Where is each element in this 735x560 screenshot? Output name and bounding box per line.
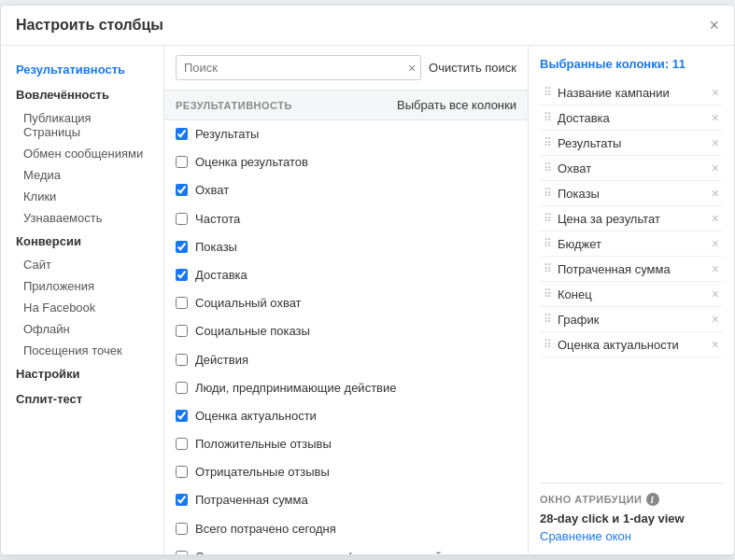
drag-icon[interactable]: ⠿ xyxy=(544,287,552,301)
selected-item-label-results: Результаты xyxy=(558,136,706,150)
sidebar-item-visits[interactable]: Посещения точек xyxy=(1,340,163,361)
selected-item-campaign: ⠿Название кампании× xyxy=(540,80,723,105)
clear-search-button[interactable]: Очистить поиск xyxy=(429,61,516,75)
checkbox-item-people-actions[interactable]: Люди, предпринимающие действие xyxy=(164,374,528,402)
checkbox-item-freq[interactable]: Частота xyxy=(164,205,528,233)
search-input-wrap: × xyxy=(176,55,421,80)
sidebar-item-messaging[interactable]: Обмен сообщениями xyxy=(1,143,163,164)
remove-button-impressions[interactable]: × xyxy=(712,186,719,201)
drag-icon[interactable]: ⠿ xyxy=(544,212,552,225)
checkbox-actions[interactable] xyxy=(176,354,188,366)
attribution-info-icon[interactable]: i xyxy=(646,493,659,506)
remove-button-spent[interactable]: × xyxy=(712,261,719,276)
select-all-button[interactable]: Выбрать все колонки xyxy=(397,98,516,112)
checkbox-item-spent[interactable]: Потраченная сумма xyxy=(164,486,528,514)
checkbox-negative[interactable] xyxy=(176,466,188,478)
drag-icon[interactable]: ⠿ xyxy=(544,338,552,351)
middle-panel: × Очистить поиск РЕЗУЛЬТАТИВНОСТЬ Выбрат… xyxy=(164,46,529,554)
checkbox-item-social-reach[interactable]: Социальный охват xyxy=(164,289,528,317)
drag-icon[interactable]: ⠿ xyxy=(544,237,552,250)
drag-icon[interactable]: ⠿ xyxy=(544,136,552,149)
sidebar-section-engagement[interactable]: Вовлечённость xyxy=(1,82,163,107)
sidebar-item-page-pub[interactable]: Публикация Страницы xyxy=(1,107,163,143)
selected-item-label-cost-result: Цена за результат xyxy=(558,212,706,226)
selected-item-label-budget: Бюджет xyxy=(558,237,706,251)
checkbox-item-actions[interactable]: Действия xyxy=(164,346,528,374)
checkbox-people-actions[interactable] xyxy=(176,382,188,394)
drag-icon[interactable]: ⠿ xyxy=(544,86,552,99)
checkbox-label-social-reach: Социальный охват xyxy=(195,295,302,312)
sidebar-item-clicks[interactable]: Клики xyxy=(1,186,163,207)
remove-button-schedule[interactable]: × xyxy=(712,312,719,327)
remove-button-delivery[interactable]: × xyxy=(712,110,719,125)
checkbox-label-delivery: Доставка xyxy=(195,267,247,284)
checkbox-item-positive[interactable]: Положительные отзывы xyxy=(164,430,528,458)
checkbox-item-relevance[interactable]: Оценка актуальности xyxy=(164,402,528,430)
drag-icon[interactable]: ⠿ xyxy=(544,262,552,275)
checkbox-item-reach[interactable]: Охват xyxy=(164,176,528,204)
sidebar-item-awareness[interactable]: Узнаваемость xyxy=(1,207,163,229)
remove-button-cost-result[interactable]: × xyxy=(712,211,719,226)
remove-button-end[interactable]: × xyxy=(712,287,719,301)
sidebar-item-site[interactable]: Сайт xyxy=(1,254,163,275)
checkbox-item-delivery[interactable]: Доставка xyxy=(164,261,528,289)
selected-item-schedule: ⠿График× xyxy=(540,307,723,332)
checkbox-label-actions: Действия xyxy=(195,352,248,369)
selected-item-label-impressions: Показы xyxy=(558,187,706,201)
remove-button-results[interactable]: × xyxy=(712,135,719,150)
remove-button-budget[interactable]: × xyxy=(712,236,719,251)
modal-title: Настроить столбцы xyxy=(16,17,163,34)
checkbox-label-freq: Частота xyxy=(195,211,240,228)
checkbox-eval[interactable] xyxy=(176,156,188,168)
drag-icon[interactable]: ⠿ xyxy=(544,111,552,124)
checkbox-item-results[interactable]: Результаты xyxy=(164,120,528,148)
drag-icon[interactable]: ⠿ xyxy=(544,313,552,326)
search-clear-icon[interactable]: × xyxy=(408,61,416,76)
checkbox-item-spent-today[interactable]: Всего потрачено сегодня xyxy=(164,515,528,543)
selected-count: 11 xyxy=(672,57,686,71)
checkbox-item-social-imp[interactable]: Социальные показы xyxy=(164,317,528,345)
checkbox-spent[interactable] xyxy=(176,494,188,506)
modal-body: РезультативностьВовлечённостьПубликация … xyxy=(1,46,734,554)
checkbox-delivery[interactable] xyxy=(176,269,188,281)
sidebar-item-media[interactable]: Медиа xyxy=(1,164,163,186)
attribution-title: ОКНО АТРИБУЦИИ i xyxy=(540,493,723,506)
checkbox-label-eval: Оценка результатов xyxy=(195,154,308,171)
remove-button-relevance[interactable]: × xyxy=(712,337,719,352)
remove-button-reach[interactable]: × xyxy=(712,161,719,175)
checkbox-positive[interactable] xyxy=(176,438,188,450)
sidebar-section-results[interactable]: Результативность xyxy=(1,57,163,82)
sidebar-item-offline[interactable]: Офлайн xyxy=(1,318,163,340)
checkbox-item-impressions[interactable]: Показы xyxy=(164,233,528,261)
checkbox-item-total-imp[interactable]: Суммарное число показов (включает недейс… xyxy=(164,543,528,554)
sidebar-section-settings[interactable]: Настройки xyxy=(1,361,163,386)
checkbox-relevance[interactable] xyxy=(176,410,188,422)
checkbox-social-reach[interactable] xyxy=(176,297,188,309)
checkbox-total-imp[interactable] xyxy=(176,551,188,554)
checkbox-reach[interactable] xyxy=(176,184,188,196)
checkbox-impressions[interactable] xyxy=(176,241,188,253)
checkbox-spent-today[interactable] xyxy=(176,523,188,535)
search-input[interactable] xyxy=(176,55,421,80)
close-icon[interactable]: × xyxy=(709,17,719,34)
attribution-link[interactable]: Сравнение окон xyxy=(540,529,631,543)
checkbox-social-imp[interactable] xyxy=(176,325,188,337)
sidebar-item-apps[interactable]: Приложения xyxy=(1,275,163,297)
sidebar-section-conversions[interactable]: Конверсии xyxy=(1,229,163,254)
sidebar-section-split[interactable]: Сплит-тест xyxy=(1,386,163,412)
checkbox-label-reach: Охват xyxy=(195,182,229,199)
selected-item-label-schedule: График xyxy=(558,313,706,327)
remove-button-campaign[interactable]: × xyxy=(712,85,719,100)
modal-header: Настроить столбцы × xyxy=(1,6,734,46)
checkbox-results[interactable] xyxy=(176,128,188,140)
drag-icon[interactable]: ⠿ xyxy=(544,161,552,175)
checkbox-item-eval[interactable]: Оценка результатов xyxy=(164,148,528,176)
drag-icon[interactable]: ⠿ xyxy=(544,187,552,200)
search-bar: × Очистить поиск xyxy=(164,46,528,91)
sidebar-item-facebook[interactable]: На Facebook xyxy=(1,297,163,318)
checkbox-label-people-actions: Люди, предпринимающие действие xyxy=(195,380,396,397)
selected-item-budget: ⠿Бюджет× xyxy=(540,231,723,257)
checkbox-freq[interactable] xyxy=(176,213,188,225)
checkbox-label-total-imp: Суммарное число показов (включает недейс… xyxy=(195,549,516,554)
checkbox-item-negative[interactable]: Отрицательные отзывы xyxy=(164,458,528,486)
